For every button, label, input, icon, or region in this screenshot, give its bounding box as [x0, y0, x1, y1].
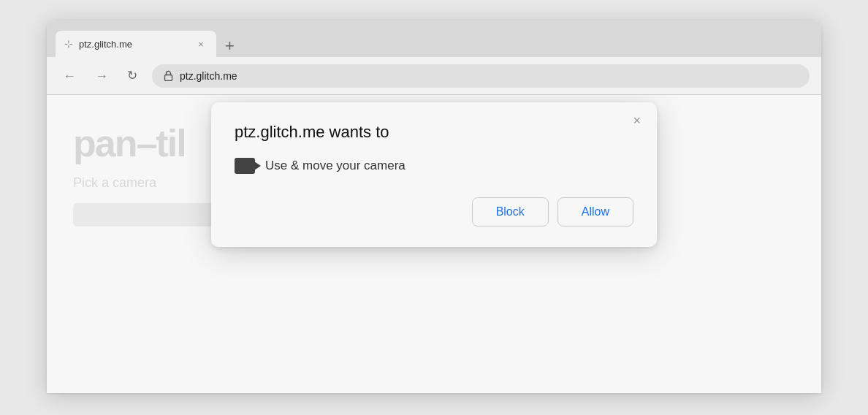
camera-icon [235, 158, 255, 174]
permission-description: Use & move your camera [265, 159, 406, 173]
permission-dialog: × ptz.glitch.me wants to Use & move your… [211, 102, 657, 247]
forward-button[interactable]: → [91, 66, 113, 85]
page-bg-input [73, 203, 219, 226]
page-bg-subtitle: Pick a camera [73, 175, 156, 191]
browser-window: ⊹ ptz.glitch.me × + ← → ↻ ptz.glitch.me … [47, 20, 821, 393]
active-tab[interactable]: ⊹ ptz.glitch.me × [56, 31, 216, 57]
permission-row: Use & move your camera [235, 158, 633, 174]
tab-drag-icon: ⊹ [64, 38, 73, 50]
reload-button[interactable]: ↻ [123, 66, 142, 85]
dialog-close-button[interactable]: × [628, 113, 645, 129]
back-button[interactable]: ← [58, 66, 80, 85]
svg-rect-0 [164, 75, 172, 81]
address-bar: ← → ↻ ptz.glitch.me [47, 57, 821, 95]
page-bg-title: pan–til [73, 121, 186, 165]
tab-bar: ⊹ ptz.glitch.me × + [47, 20, 821, 57]
dialog-title: ptz.glitch.me wants to [235, 123, 633, 142]
tab-title: ptz.glitch.me [79, 39, 189, 50]
url-text: ptz.glitch.me [180, 70, 237, 82]
block-button[interactable]: Block [472, 197, 549, 226]
page-content: pan–til Pick a camera × ptz.glitch.me wa… [47, 95, 821, 393]
lock-icon [162, 70, 174, 82]
url-bar[interactable]: ptz.glitch.me [152, 64, 810, 88]
tab-close-button[interactable]: × [194, 37, 208, 50]
new-tab-button[interactable]: + [222, 38, 237, 54]
dialog-actions: Block Allow [235, 197, 633, 226]
allow-button[interactable]: Allow [557, 197, 633, 226]
